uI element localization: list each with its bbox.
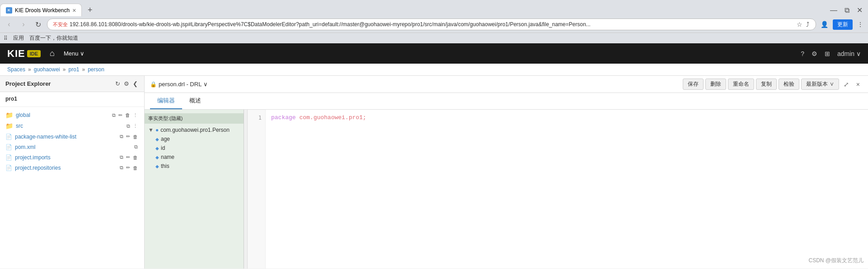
- sidebar-item-pom[interactable]: pom.xml: [15, 144, 131, 150]
- delete-button[interactable]: 🗑: [132, 154, 139, 161]
- copy-button[interactable]: 复制: [756, 79, 777, 90]
- code-editor-container: 事实类型:(隐藏) ▼ ● com.guohaowei.pro1.Person …: [145, 110, 868, 269]
- tree-parent-node[interactable]: ▼ ● com.guohaowei.pro1.Person: [145, 125, 244, 134]
- list-item: 📁 src ⧉ ⋮: [0, 121, 144, 131]
- sidebar-item-package-names[interactable]: package-names-white-list: [15, 134, 116, 140]
- copy-button[interactable]: ⧉: [119, 164, 124, 171]
- window-controls: — ⧉ ✕: [828, 4, 868, 16]
- more-button[interactable]: ⋮: [132, 112, 139, 119]
- bookmark-baidu[interactable]: 百度一下，你就知道: [29, 34, 78, 42]
- update-button[interactable]: 更新: [833, 19, 853, 30]
- extensions-icon[interactable]: ⊞: [825, 50, 830, 57]
- bookmark-icon[interactable]: ☆: [796, 20, 803, 29]
- copy-button[interactable]: ⧉: [133, 144, 139, 150]
- tree-child-this[interactable]: ◆ this: [145, 162, 244, 171]
- edit-button[interactable]: ✏: [125, 154, 131, 161]
- tab-close-button[interactable]: ×: [72, 7, 76, 14]
- tab-bar: K KIE Drools Workbench × + — ⧉ ✕: [0, 0, 868, 16]
- edit-button[interactable]: ✏: [125, 164, 131, 171]
- sidebar-refresh-button[interactable]: ↻: [114, 79, 121, 88]
- tab-editor[interactable]: 编辑器: [150, 93, 182, 109]
- edit-button[interactable]: ✏: [117, 112, 123, 119]
- forward-button[interactable]: ›: [18, 19, 29, 30]
- tree-child-name[interactable]: ◆ name: [145, 153, 244, 162]
- sidebar-project-label: pro1: [0, 92, 144, 106]
- keyword-package: package: [271, 114, 299, 121]
- restore-button[interactable]: ⧉: [843, 5, 851, 16]
- delete-button[interactable]: 🗑: [124, 112, 131, 119]
- home-button[interactable]: ⌂: [50, 49, 55, 58]
- editor-tabs: 编辑器 概述: [145, 93, 868, 110]
- code-package-name: com.guohaowei.pro1;: [299, 114, 366, 121]
- tree-child-age[interactable]: ◆ age: [145, 134, 244, 144]
- edit-button[interactable]: ✏: [125, 133, 131, 140]
- sidebar-item-project-repositories[interactable]: project.repositories: [15, 165, 116, 171]
- close-window-button[interactable]: ✕: [855, 4, 864, 16]
- breadcrumb-person[interactable]: person: [88, 66, 104, 73]
- delete-button[interactable]: 🗑: [132, 133, 139, 140]
- tree-scrollbar[interactable]: [244, 110, 248, 269]
- breadcrumb-sep-1: »: [28, 66, 31, 73]
- more-button[interactable]: ⋮: [132, 123, 139, 130]
- copy-button[interactable]: ⧉: [126, 123, 131, 130]
- settings-icon[interactable]: ⚙: [812, 50, 817, 57]
- breadcrumb-sep-3: »: [82, 66, 85, 73]
- header-right: ? ⚙ ⊞ admin ∨: [801, 50, 861, 57]
- user-menu[interactable]: admin ∨: [837, 50, 861, 57]
- diamond-icon: ◆: [155, 164, 159, 169]
- delete-button[interactable]: 删除: [705, 79, 726, 90]
- copy-button[interactable]: ⧉: [119, 133, 124, 140]
- profile-icon[interactable]: 👤: [820, 20, 829, 29]
- delete-button[interactable]: 🗑: [132, 164, 139, 171]
- diamond-icon: ◆: [155, 155, 159, 160]
- new-tab-button[interactable]: +: [84, 4, 96, 16]
- expand-button[interactable]: ⤢: [841, 79, 852, 90]
- active-tab[interactable]: K KIE Drools Workbench ×: [0, 4, 82, 16]
- code-content[interactable]: package com.guohaowei.pro1;: [266, 110, 868, 269]
- security-indicator: 不安全: [53, 21, 68, 28]
- item-actions: ⧉ ✏ 🗑: [119, 164, 139, 171]
- tab-title: KIE Drools Workbench: [15, 7, 70, 14]
- list-item: 📄 project.imports ⧉ ✏ 🗑: [0, 152, 144, 162]
- refresh-button[interactable]: ↻: [33, 19, 43, 30]
- save-button[interactable]: 保存: [683, 79, 704, 90]
- sidebar-collapse-button[interactable]: ❮: [132, 79, 139, 88]
- file-dropdown-icon[interactable]: ∨: [203, 81, 208, 88]
- bookmarks-icon: ⠿: [4, 35, 8, 42]
- sidebar-item-project-imports[interactable]: project.imports: [15, 154, 116, 161]
- more-options-icon[interactable]: ⋮: [856, 20, 864, 29]
- copy-button[interactable]: ⧉: [111, 112, 117, 119]
- breadcrumb-pro1[interactable]: pro1: [68, 66, 79, 73]
- bookmark-apps[interactable]: 应用: [13, 34, 24, 42]
- project-explorer-sidebar: Project Explorer ↻ ⚙ ❮ pro1 📁 global ⧉ ✏…: [0, 76, 145, 269]
- tab-favicon: K: [6, 7, 12, 14]
- close-editor-button[interactable]: ×: [854, 79, 863, 90]
- url-bar[interactable]: 不安全 192.168.86.101:8080/drools-wb/kie-dr…: [47, 19, 816, 30]
- share-icon[interactable]: ⤴: [805, 20, 810, 29]
- tab-overview[interactable]: 概述: [182, 93, 208, 109]
- breadcrumb-spaces[interactable]: Spaces: [7, 66, 25, 73]
- menu-button[interactable]: Menu ∨: [60, 48, 89, 59]
- line-number-1: 1: [248, 113, 265, 122]
- diamond-icon: ◆: [155, 137, 159, 142]
- rename-button[interactable]: 重命名: [728, 79, 754, 90]
- latest-version-button[interactable]: 最新版本 ∨: [801, 79, 839, 90]
- breadcrumb-guohaowei[interactable]: guohaowei: [34, 66, 60, 73]
- file-icon: 📄: [5, 134, 12, 140]
- help-icon[interactable]: ?: [801, 50, 804, 57]
- app-header: KIE IDE ⌂ Menu ∨ ? ⚙ ⊞ admin ∨: [0, 43, 868, 64]
- item-actions: ⧉ ✏ 🗑 ⋮: [111, 112, 139, 119]
- copy-button[interactable]: ⧉: [119, 154, 124, 161]
- kie-logo: KIE IDE: [7, 48, 41, 60]
- back-button[interactable]: ‹: [4, 19, 14, 30]
- menu-label: Menu: [64, 50, 79, 57]
- validate-button[interactable]: 检验: [779, 79, 799, 90]
- sidebar-items: 📁 global ⧉ ✏ 🗑 ⋮ 📁 src ⧉ ⋮: [0, 108, 144, 175]
- sidebar-item-src[interactable]: src: [16, 123, 123, 129]
- lock-icon: 🔒: [150, 81, 157, 88]
- sidebar-settings-button[interactable]: ⚙: [123, 79, 130, 88]
- sidebar-item-global[interactable]: global: [16, 112, 108, 118]
- toolbar-right: 保存 删除 重命名 复制 检验 最新版本 ∨ ⤢ ×: [683, 79, 863, 90]
- minimize-button[interactable]: —: [828, 5, 839, 16]
- tree-child-id[interactable]: ◆ id: [145, 144, 244, 153]
